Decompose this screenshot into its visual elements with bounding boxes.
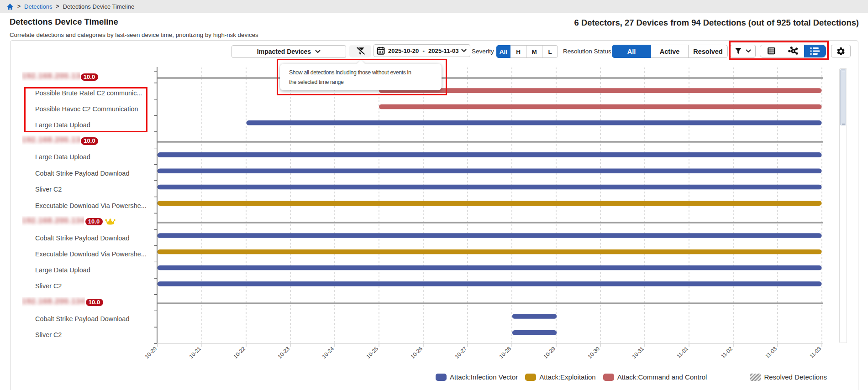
svg-text:10-30: 10-30 [587, 345, 601, 360]
svg-text:10-29: 10-29 [542, 345, 557, 360]
svg-text:10-21: 10-21 [188, 345, 203, 360]
svg-text:10-20: 10-20 [144, 345, 158, 360]
svg-text:10-28: 10-28 [498, 345, 513, 360]
svg-text:11-01: 11-01 [675, 345, 689, 359]
svg-text:10-25: 10-25 [365, 345, 380, 360]
svg-text:10-27: 10-27 [454, 345, 468, 360]
svg-text:11-03: 11-03 [764, 345, 778, 359]
svg-text:11-03: 11-03 [808, 345, 822, 359]
svg-text:10-23: 10-23 [277, 345, 291, 360]
svg-text:11-02: 11-02 [720, 345, 734, 359]
svg-text:10-22: 10-22 [232, 345, 247, 360]
svg-text:10-26: 10-26 [410, 345, 424, 360]
svg-text:10-24: 10-24 [321, 345, 336, 360]
svg-text:10-31: 10-31 [631, 345, 646, 360]
